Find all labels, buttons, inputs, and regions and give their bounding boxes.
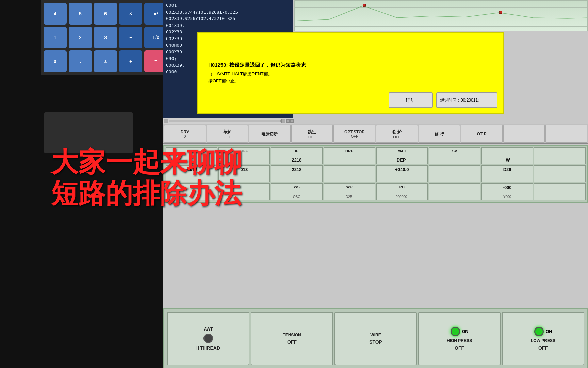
scroll-track bbox=[169, 120, 281, 122]
overlay-text: 大家一起来聊聊 短路的排除办法 bbox=[51, 147, 242, 209]
status-hrp[interactable]: HRP bbox=[324, 147, 375, 164]
btn-high-press-label: HIGH PRESS bbox=[447, 338, 472, 343]
scroll-right[interactable] bbox=[281, 119, 285, 123]
btn-tension[interactable]: TENSION OFF bbox=[251, 312, 333, 365]
calc-btn-mul[interactable]: × bbox=[119, 3, 142, 25]
ctrl-lin-炉[interactable]: 临 炉 OFF bbox=[376, 125, 418, 143]
status-d26[interactable]: D26 bbox=[481, 165, 533, 182]
status-sv[interactable]: SV bbox=[429, 147, 480, 164]
calc-btn-sub[interactable]: − bbox=[119, 27, 142, 48]
btn-low-press-label: LOW PRESS bbox=[531, 338, 555, 343]
awt-indicator bbox=[203, 334, 213, 343]
ctrl-single-value: OFF bbox=[224, 135, 231, 139]
alert-title: H01250: 按设定量退回了，但仍为短路状态 bbox=[208, 62, 493, 68]
status-r3c8 bbox=[534, 183, 586, 200]
alert-line3: 按OFF键中止。 bbox=[208, 78, 493, 85]
ctrl-skip-value: OFF bbox=[308, 135, 316, 139]
status-w[interactable]: -W bbox=[481, 147, 533, 164]
ctrl-skip-label: 跳过 bbox=[308, 129, 316, 135]
control-row: DRY 0 单炉 OFF 电源切断 跳过 OFF OPT.STOP OFF 临 … bbox=[163, 124, 588, 144]
btn-high-press[interactable]: ON HIGH PRESS OFF bbox=[418, 312, 501, 365]
btn-awt[interactable]: AWT II THREAD bbox=[167, 312, 249, 365]
alert-line2: （ S/MTP HALT请按RENT键。 bbox=[208, 71, 493, 78]
status-neg000[interactable]: -000 Y000 bbox=[481, 183, 533, 200]
status-r2c8 bbox=[534, 165, 586, 182]
calc-btn-1[interactable]: 1 bbox=[44, 27, 67, 48]
calc-btn-5[interactable]: 5 bbox=[69, 3, 92, 25]
calculator: 4 5 6 × x² 1 2 3 − 1/x 0 . ± + = bbox=[41, 0, 170, 75]
bottom-buttons: AWT II THREAD TENSION OFF WIRE STOP ON H… bbox=[163, 308, 588, 368]
status-ws[interactable]: WS OBO bbox=[271, 183, 323, 200]
ctrl-modify-label: 修 行 bbox=[435, 131, 444, 137]
btn-awt-label: AWT bbox=[204, 327, 213, 332]
ctrl-opt-stop-label: OPT.STOP bbox=[344, 129, 364, 134]
low-press-on-label: ON bbox=[546, 329, 552, 334]
code-line-3: G01X39. bbox=[166, 22, 290, 29]
ctrl-dry-label: DRY bbox=[181, 129, 189, 134]
btn-awt-value: II THREAD bbox=[196, 345, 220, 351]
calc-btn-6[interactable]: 6 bbox=[94, 3, 117, 25]
ctrl-modify[interactable]: 修 行 bbox=[419, 125, 460, 143]
time-label: 经过时间：00:20011: bbox=[436, 92, 497, 108]
detail-button[interactable]: 详细 bbox=[389, 92, 433, 108]
calc-btn-4[interactable]: 4 bbox=[44, 3, 67, 25]
code-line-0: C001; bbox=[166, 2, 290, 9]
btn-high-press-value: OFF bbox=[455, 345, 464, 351]
ctrl-lin-label: 临 炉 bbox=[392, 129, 402, 135]
btn-tension-value: OFF bbox=[287, 339, 297, 345]
calc-btn-3[interactable]: 3 bbox=[94, 27, 117, 48]
ctrl-opt-stop-value: OFF bbox=[351, 134, 358, 138]
ctrl-dry[interactable]: DRY 0 bbox=[164, 125, 206, 143]
graph-top bbox=[295, 1, 587, 31]
calc-btn-dot[interactable]: . bbox=[69, 50, 92, 72]
btn-wire-stop[interactable]: WIRE STOP bbox=[334, 312, 417, 365]
scroll-down[interactable] bbox=[290, 119, 294, 123]
btn-tension-label: TENSION bbox=[283, 333, 301, 337]
ctrl-single[interactable]: 单炉 OFF bbox=[207, 125, 248, 143]
btn-wire-value: STOP bbox=[369, 339, 382, 345]
status-r2c6 bbox=[429, 165, 480, 182]
ctrl-otp[interactable]: OT P bbox=[461, 125, 503, 143]
ctrl-dry-value: 0 bbox=[184, 134, 186, 138]
calc-btn-2[interactable]: 2 bbox=[69, 27, 92, 48]
btn-wire-label: WIRE bbox=[370, 333, 381, 337]
code-line-1: G02X38.6744Y101.9268I-0.325 bbox=[166, 9, 290, 16]
scrollbar-row bbox=[163, 118, 294, 124]
low-press-indicator bbox=[534, 327, 544, 336]
calc-btn-0[interactable]: 0 bbox=[44, 50, 67, 72]
ctrl-empty2 bbox=[545, 125, 587, 143]
calc-btn-add[interactable]: + bbox=[119, 50, 142, 72]
overlay-line1: 大家一起来聊聊 bbox=[51, 147, 242, 178]
graph-svg bbox=[295, 1, 587, 31]
ctrl-otp-label: OT P bbox=[477, 132, 486, 136]
scroll-left[interactable] bbox=[164, 119, 168, 123]
scroll-up[interactable] bbox=[286, 119, 290, 123]
high-press-indicator bbox=[451, 327, 460, 336]
status-wp[interactable]: WP O25- bbox=[324, 183, 375, 200]
overlay-line2: 短路的排除办法 bbox=[51, 178, 242, 209]
status-ip[interactable]: IP 2218 bbox=[271, 147, 323, 164]
high-press-on-label: ON bbox=[462, 329, 468, 334]
btn-low-press-value: OFF bbox=[538, 345, 548, 351]
ctrl-power-cut-label: 电源切断 bbox=[261, 131, 278, 137]
status-mao[interactable]: MAO DEP- bbox=[376, 147, 428, 164]
ctrl-skip[interactable]: 跳过 OFF bbox=[291, 125, 333, 143]
btn-low-press[interactable]: ON LOW PRESS OFF bbox=[502, 312, 584, 365]
status-r3c6 bbox=[429, 183, 480, 200]
alert-box: H01250: 按设定量退回了，但仍为短路状态 （ S/MTP HALT请按RE… bbox=[197, 32, 504, 114]
ctrl-opt-stop[interactable]: OPT.STOP OFF bbox=[333, 125, 375, 143]
status-pos040[interactable]: +040.0 bbox=[376, 165, 428, 182]
code-line-2: G02X39.S256Y102.4732I0.S25 bbox=[166, 15, 290, 22]
status-2218[interactable]: 2218 bbox=[271, 165, 323, 182]
status-r1c8 bbox=[534, 147, 586, 164]
ctrl-single-label: 单炉 bbox=[223, 129, 231, 135]
graph-area bbox=[294, 0, 588, 31]
status-pc[interactable]: PC 000000- bbox=[376, 183, 428, 200]
calc-btn-pm[interactable]: ± bbox=[94, 50, 117, 72]
ctrl-empty1 bbox=[503, 125, 545, 143]
ctrl-power-cut[interactable]: 电源切断 bbox=[249, 125, 291, 143]
status-r2c4 bbox=[324, 165, 375, 182]
ctrl-lin-value: OFF bbox=[393, 135, 401, 139]
